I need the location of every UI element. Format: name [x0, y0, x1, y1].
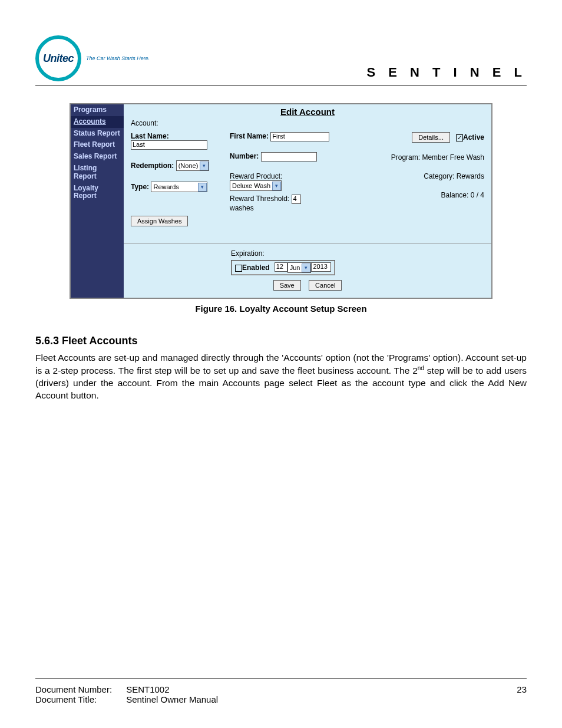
type-select[interactable]: Rewards ▾	[151, 182, 207, 192]
last-name-label: Last Name:	[131, 132, 219, 140]
details-button[interactable]: Details...	[412, 132, 450, 143]
type-value: Rewards	[153, 183, 178, 190]
expiration-row: Enabled 12 Jun ▾ 2013	[231, 260, 335, 275]
active-checkbox-wrap[interactable]: ✓Active	[456, 133, 484, 141]
redemption-label: Redemption:	[131, 162, 174, 170]
chevron-down-icon: ▾	[302, 263, 310, 272]
superscript: nd	[418, 365, 424, 371]
exp-month-value: Jun	[290, 264, 300, 271]
doc-title-label: Document Title:	[35, 694, 124, 704]
divider	[124, 243, 491, 243]
checkbox-checked-icon: ✓	[456, 134, 463, 141]
first-name-field[interactable]: First	[270, 132, 329, 141]
exp-month-select[interactable]: Jun ▾	[287, 262, 312, 273]
account-label: Account:	[131, 119, 484, 127]
sidebar-item-loyalty-report[interactable]: Loyalty Report	[71, 183, 124, 203]
enabled-checkbox-wrap[interactable]: Enabled	[235, 263, 270, 272]
doc-number-value: SENT1002	[126, 684, 169, 694]
product-name: S E N T I N E L	[366, 65, 527, 81]
number-label: Number:	[230, 152, 259, 160]
page-header: Unitec The Car Wash Starts Here. S E N T…	[35, 35, 527, 85]
reward-threshold-label: Reward Threshold:	[230, 195, 289, 203]
chevron-down-icon: ▾	[272, 182, 281, 190]
chevron-down-icon: ▾	[198, 183, 207, 192]
panel-title: Edit Account	[131, 107, 484, 117]
first-name-label: First Name:	[230, 132, 269, 140]
balance-value: Balance: 0 / 4	[378, 191, 484, 199]
sidebar-item-fleet-report[interactable]: Fleet Report	[71, 139, 124, 151]
exp-day-field[interactable]: 12	[275, 262, 287, 272]
sidebar-item-accounts[interactable]: Accounts	[71, 116, 124, 128]
exp-year-field[interactable]: 2013	[311, 262, 331, 272]
program-value: Program: Member Free Wash	[378, 153, 484, 162]
redemption-select[interactable]: (None) ▾	[176, 160, 210, 171]
reward-threshold-suffix: washes	[230, 204, 368, 212]
reward-product-label: Reward Product:	[230, 172, 368, 180]
last-name-field[interactable]: Last	[131, 140, 207, 150]
chevron-down-icon: ▾	[200, 162, 209, 170]
edit-account-screenshot: Programs Accounts Status Report Fleet Re…	[70, 103, 492, 299]
main-panel: Edit Account Account: Last Name: Last Re…	[124, 104, 491, 298]
body-paragraph: Fleet Accounts are set-up and managed di…	[35, 352, 527, 402]
assign-washes-button[interactable]: Assign Washes	[131, 216, 188, 226]
section-heading: 5.6.3 Fleet Accounts	[35, 335, 527, 347]
page-number: 23	[517, 684, 527, 704]
reward-product-value: Deluxe Wash	[232, 182, 270, 189]
sidebar-item-status-report[interactable]: Status Report	[71, 128, 124, 140]
active-label: Active	[463, 133, 484, 141]
sidebar: Programs Accounts Status Report Fleet Re…	[71, 104, 124, 298]
doc-title-value: Sentinel Owner Manual	[126, 694, 218, 704]
unitec-logo-icon: Unitec	[35, 35, 81, 81]
sidebar-item-sales-report[interactable]: Sales Report	[71, 151, 124, 163]
cancel-button[interactable]: Cancel	[309, 280, 342, 291]
reward-product-select[interactable]: Deluxe Wash ▾	[230, 180, 282, 191]
sidebar-item-listing-report[interactable]: Listing Report	[71, 163, 124, 183]
page-footer: Document Number: SENT1002 Document Title…	[35, 678, 527, 704]
save-button[interactable]: Save	[273, 280, 301, 291]
enabled-label: Enabled	[242, 263, 270, 272]
figure-caption: Figure 16. Loyalty Account Setup Screen	[35, 304, 527, 314]
logo-text: Unitec	[43, 52, 74, 65]
logo-block: Unitec The Car Wash Starts Here.	[35, 35, 150, 81]
reward-threshold-field[interactable]: 4	[292, 195, 301, 204]
checkbox-empty-icon	[235, 265, 242, 272]
sidebar-item-programs[interactable]: Programs	[71, 104, 124, 116]
tagline: The Car Wash Starts Here.	[86, 55, 150, 61]
doc-number-label: Document Number:	[35, 684, 124, 694]
type-label: Type:	[131, 183, 149, 191]
redemption-value: (None)	[178, 162, 199, 169]
category-value: Category: Rewards	[378, 172, 484, 180]
expiration-label: Expiration:	[231, 249, 484, 258]
number-field[interactable]	[261, 152, 317, 162]
